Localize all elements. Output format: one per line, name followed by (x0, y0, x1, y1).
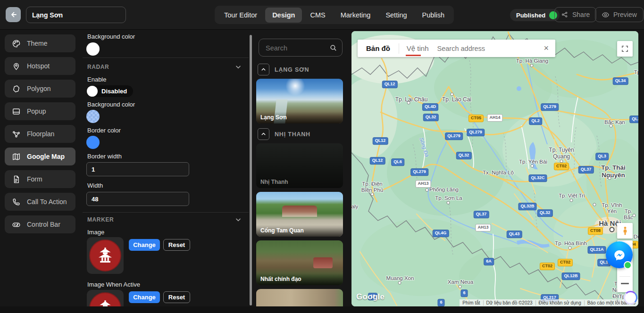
road-badge-ct02: CT02 (554, 163, 569, 170)
sidebar-item-label: Call To Action (27, 198, 67, 206)
tab-cms[interactable]: CMS (303, 8, 332, 23)
share-button[interactable]: Share (554, 7, 596, 22)
scene-card[interactable] (256, 289, 343, 307)
scene-group-name: NHỊ THANH (275, 131, 310, 138)
pegman-button[interactable] (617, 223, 633, 239)
scene-group-header-l-ng-s-n: LẠNG SƠN (258, 64, 309, 75)
zoom-out-button[interactable] (621, 283, 629, 284)
published-badge[interactable]: Published (510, 9, 560, 21)
road-badge-ct02: CT02 (540, 263, 555, 270)
collapse-group-button[interactable] (258, 128, 269, 140)
scene-card-c-ng-tam-quan[interactable]: Cổng Tam Quan (256, 192, 343, 237)
pegman-icon (620, 226, 630, 236)
fullscreen-button[interactable] (617, 41, 633, 57)
preview-button[interactable]: Preview (595, 7, 644, 22)
road-badge-ql2: QL2 (529, 117, 542, 125)
tab-publish[interactable]: Publish (415, 8, 452, 23)
sidebar-item-hotspot[interactable]: Hotspot (5, 57, 75, 75)
scene-card-l-ng-s-n[interactable]: Lạng Sơn (256, 79, 343, 124)
close-icon[interactable]: × (537, 43, 555, 53)
tab-setting[interactable]: Setting (378, 8, 414, 23)
google-map[interactable]: Tp. Hà GiangTp. Lai ChâuTp. Lào CaiTp.Bắ… (351, 31, 638, 306)
road-badge-ql32c: QL32C (528, 174, 547, 182)
collapse-group-button[interactable] (258, 64, 269, 75)
sidebar-item-call-to-action[interactable]: Call To Action (5, 193, 75, 211)
attribution-item[interactable]: Phím tắt (460, 300, 483, 305)
radar-width-input[interactable] (86, 192, 189, 206)
marker-image-active-reset-button[interactable]: Reset (163, 291, 190, 303)
road-badge-6: 6 (437, 299, 444, 306)
published-label: Published (516, 12, 545, 19)
radar-background-color-swatch[interactable] (86, 110, 100, 123)
chevron-up-icon (260, 131, 267, 137)
phone-icon (12, 198, 21, 206)
map-city-dot (633, 214, 636, 217)
road-badge-6: 6 (460, 289, 468, 297)
road-badge-ql37: QL37 (578, 166, 594, 173)
preview-label: Preview (613, 11, 637, 18)
scene-card-nh-t-ch-nh-o[interactable]: Nhất chính đạo (256, 240, 343, 285)
map-label-tx-ngh-a-l: Tx. Nghĩa Lộ (483, 170, 514, 176)
sidebar-item-label: Popup (27, 107, 46, 115)
sidebar-item-theme[interactable]: Theme (5, 34, 75, 52)
scene-label: Nhị Thanh (256, 176, 343, 188)
tab-tour-editor[interactable]: Tour Editor (217, 8, 264, 23)
map-address-search-input[interactable] (436, 44, 537, 53)
map-city-dot (531, 165, 534, 168)
search-icon (329, 44, 337, 52)
road-badge-ql4d: QL4D (422, 103, 438, 111)
nodes-icon (12, 130, 21, 139)
marker-image-reset-button[interactable]: Reset (163, 239, 190, 251)
chevron-down-icon[interactable] (234, 216, 242, 223)
sidebar-item-popup[interactable]: Popup (5, 102, 75, 120)
divider (83, 58, 249, 58)
road-badge-ql6: QL6 (391, 158, 404, 166)
tab-design[interactable]: Design (265, 8, 302, 23)
sidebar-item-polygon[interactable]: Polygon (5, 80, 75, 98)
radar-enable-toggle[interactable]: Disabled (86, 85, 133, 97)
road-badge-ql12: QL12 (370, 157, 385, 165)
messenger-icon (612, 247, 627, 263)
sidebar-item-control-bar[interactable]: Control Bar (5, 215, 75, 233)
road-badge-ql279: QL279 (445, 132, 463, 140)
sidebar-item-label: Google Map (27, 153, 65, 160)
map-type-tab-map[interactable]: Bản đồ (358, 44, 399, 52)
marker-image-active-change-button[interactable]: Change (129, 291, 160, 303)
tour-title-input[interactable] (26, 7, 126, 23)
map-label-tp-vi-t-tr: Tp. Việt Trì (559, 193, 585, 199)
sidebar-item-floorplan[interactable]: Floorplan (5, 125, 75, 143)
map-label-tp: Tp. (634, 69, 638, 75)
attribution-item[interactable]: Điều khoản sử dụng (535, 300, 584, 305)
radar-border-width-input[interactable] (86, 162, 189, 176)
marker-image-change-button[interactable]: Change (129, 239, 160, 251)
map-settings-panel: Background color RADAR Enable Disabled B… (83, 29, 251, 312)
scene-card-nh-thanh[interactable]: Nhị Thanh (256, 143, 343, 188)
gamepad-icon (12, 220, 21, 229)
radar-width-label: Width (87, 182, 103, 189)
radar-border-color-label: Border color (87, 127, 121, 134)
map-type-tab-satellite[interactable]: Vệ tinh (399, 44, 436, 52)
topbar: Tour EditorDesignCMSMarketingSettingPubl… (0, 0, 644, 30)
radar-enable-label: Enable (87, 76, 106, 83)
satellite-tab-underline (406, 55, 421, 56)
chevron-down-icon[interactable] (234, 63, 242, 71)
sidebar-item-form[interactable]: Form (5, 170, 75, 188)
road-badge-ql279: QL279 (541, 103, 559, 111)
map-city-dot (447, 201, 450, 205)
sidebar-item-google-map[interactable]: Google Map (5, 148, 75, 165)
map-label-tp-lai-ch-u: Tp. Lai Châu (395, 97, 428, 103)
tab-marketing[interactable]: Marketing (334, 8, 378, 23)
marker-image-preview[interactable] (87, 237, 124, 274)
back-button[interactable] (6, 7, 21, 22)
road-badge-ql32: QL32 (423, 114, 439, 121)
divider (619, 276, 630, 277)
attribution-item[interactable]: Dữ liệu bản đồ ©2023 (483, 300, 535, 305)
background-color-swatch[interactable] (86, 42, 100, 56)
radar-border-color-swatch[interactable] (86, 136, 100, 149)
settings-scrollbar[interactable] (250, 35, 252, 305)
map-icon (12, 152, 21, 161)
scene-search-input[interactable] (265, 42, 328, 54)
map-label-tp-b-c: Tp. Bắc (624, 208, 634, 221)
background-color-label: Background color (87, 33, 135, 40)
map-attribution-bar: Phím tắtDữ liệu bản đồ ©2023Điều khoản s… (460, 299, 638, 306)
